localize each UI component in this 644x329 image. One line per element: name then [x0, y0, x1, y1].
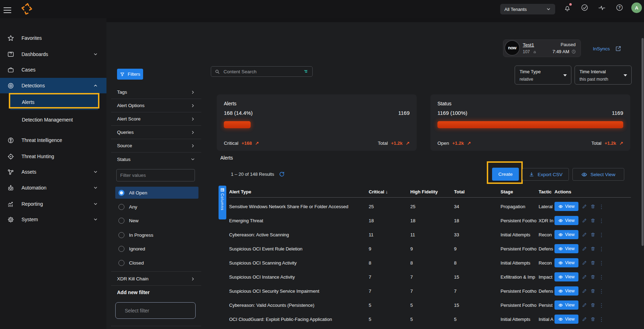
filters-button[interactable]: Filters	[117, 69, 143, 80]
columns-tab[interactable]: Columns	[219, 186, 226, 219]
delete-trash-icon[interactable]	[590, 274, 595, 279]
sidebar-item-threat-hunting[interactable]: Threat Hunting	[0, 149, 106, 164]
filter-section-alert-score[interactable]: Alert Score	[111, 112, 201, 126]
delete-trash-icon[interactable]	[590, 317, 595, 322]
insyncs-link[interactable]: InSyncs	[593, 46, 610, 51]
view-button[interactable]: View	[554, 216, 578, 225]
trend-up-icon: ↗	[255, 141, 259, 146]
more-actions-icon[interactable]: ⋮	[599, 317, 604, 322]
table-row[interactable]: Suspicious OCI Scanning Activity 8 8 8 I…	[229, 256, 631, 270]
view-button[interactable]: View	[554, 286, 578, 296]
system-activity-icon[interactable]	[598, 4, 606, 12]
table-row[interactable]: Cybereason: Active Scanning 11 11 33 Ini…	[229, 228, 631, 242]
sensor-status-widget: now Test1 107 Paused 7:49 AM	[503, 39, 581, 57]
header-stage[interactable]: Stage	[501, 189, 539, 194]
edit-pencil-icon[interactable]	[582, 274, 587, 279]
header-high-fidelity[interactable]: High Fidelity	[410, 189, 454, 194]
sidebar-item-favorites[interactable]: Favorites	[0, 30, 106, 46]
sidebar-subitem-detection-management[interactable]: Detection Management	[22, 112, 106, 128]
more-actions-icon[interactable]: ⋮	[599, 246, 604, 252]
delete-trash-icon[interactable]	[590, 288, 595, 293]
header-tactic[interactable]: Tactic	[539, 189, 554, 194]
view-button[interactable]: View	[554, 244, 578, 253]
time-interval-select[interactable]: Time Interval this past month	[575, 66, 632, 85]
user-avatar[interactable]: A	[631, 2, 642, 13]
status-option-ignored[interactable]: Ignored	[115, 243, 198, 255]
table-row[interactable]: Suspicious OCI Security Service Impairme…	[229, 284, 631, 298]
sidebar-subitem-alerts[interactable]: Alerts	[10, 94, 98, 110]
tasks-check-icon[interactable]	[581, 4, 589, 12]
more-actions-icon[interactable]: ⋮	[599, 303, 604, 308]
view-button[interactable]: View	[554, 272, 578, 281]
more-actions-icon[interactable]: ⋮	[599, 204, 604, 209]
content-filter-teal-icon[interactable]	[303, 69, 309, 74]
view-button[interactable]: View	[554, 315, 578, 324]
more-actions-icon[interactable]: ⋮	[599, 288, 604, 294]
sidebar-item-assets[interactable]: Assets	[0, 164, 106, 180]
edit-pencil-icon[interactable]	[582, 288, 587, 293]
status-option-closed[interactable]: Closed	[115, 257, 198, 269]
sidebar-item-cases[interactable]: Cases	[0, 62, 106, 77]
status-option-new[interactable]: New	[115, 215, 198, 226]
header-critical[interactable]: Critical ↓	[369, 189, 410, 194]
status-option-any[interactable]: Any	[115, 201, 198, 213]
status-option-all-open[interactable]: All Open	[115, 187, 198, 199]
select-filter-input[interactable]	[115, 302, 196, 319]
more-actions-icon[interactable]: ⋮	[599, 218, 604, 223]
sidebar-item-system[interactable]: System	[0, 212, 106, 227]
sensor-name-link[interactable]: Test1	[523, 42, 534, 48]
vertical-scrollbar-thumb[interactable]	[642, 38, 644, 246]
content-search-input[interactable]	[223, 69, 300, 75]
delete-trash-icon[interactable]	[590, 260, 595, 265]
table-row[interactable]: Suspicious OCI Event Rule Deletion 9 9 9…	[229, 242, 631, 256]
delete-trash-icon[interactable]	[590, 303, 595, 308]
edit-pencil-icon[interactable]	[582, 204, 587, 209]
filter-section-xdr-kill-chain[interactable]: XDR Kill Chain	[111, 272, 201, 286]
table-row[interactable]: OCI CloudGuard: Exploit Public-Facing Ap…	[229, 312, 631, 326]
sidebar-item-threat-intelligence[interactable]: Threat Intelligence	[0, 132, 106, 148]
sidebar-item-detections[interactable]: Detections	[0, 78, 106, 93]
header-alert-type[interactable]: Alert Type	[229, 189, 369, 194]
header-total[interactable]: Total	[454, 189, 501, 194]
edit-pencil-icon[interactable]	[582, 303, 587, 308]
view-button[interactable]: View	[554, 230, 578, 239]
table-row[interactable]: Suspicious OCI Instance Activity 7 7 15 …	[229, 270, 631, 284]
help-icon[interactable]: ?	[615, 4, 624, 12]
filter-section-tags[interactable]: Tags	[111, 86, 201, 99]
view-button[interactable]: View	[554, 202, 578, 211]
more-actions-icon[interactable]: ⋮	[599, 260, 604, 266]
hamburger-menu-icon[interactable]	[4, 6, 11, 15]
table-row[interactable]: Emerging Threat 18 18 18 Persistent Foot…	[229, 213, 631, 228]
more-actions-icon[interactable]: ⋮	[599, 274, 604, 280]
edit-pencil-icon[interactable]	[582, 218, 587, 223]
delete-trash-icon[interactable]	[590, 204, 595, 209]
time-type-select[interactable]: Time Type relative	[515, 66, 571, 85]
delete-trash-icon[interactable]	[590, 232, 595, 237]
sidebar-item-automation[interactable]: Automation	[0, 180, 106, 195]
select-view-button[interactable]: Select View	[572, 168, 624, 181]
sidebar-item-reporting[interactable]: Reporting	[0, 196, 106, 212]
refresh-icon[interactable]	[279, 171, 285, 177]
delete-trash-icon[interactable]	[590, 218, 595, 223]
filter-section-alert-options[interactable]: Alert Options	[111, 99, 201, 112]
table-row[interactable]: Cybereason: Valid Accounts (Persistence)…	[229, 298, 631, 312]
filter-values-input[interactable]	[116, 169, 195, 181]
external-link-icon[interactable]	[615, 45, 621, 52]
edit-pencil-icon[interactable]	[582, 232, 587, 237]
table-row[interactable]: Sensitive Windows Network Share File or …	[229, 199, 631, 213]
edit-pencil-icon[interactable]	[582, 317, 587, 322]
delete-trash-icon[interactable]	[590, 246, 595, 251]
view-button[interactable]: View	[554, 300, 578, 310]
view-button[interactable]: View	[554, 258, 578, 267]
filter-section-status[interactable]: Status	[111, 153, 201, 166]
filter-section-queries[interactable]: Queries	[111, 126, 201, 139]
edit-pencil-icon[interactable]	[582, 246, 587, 251]
sidebar-item-dashboards[interactable]: Dashboards	[0, 46, 106, 62]
filter-section-source[interactable]: Source	[111, 139, 201, 153]
edit-pencil-icon[interactable]	[582, 260, 587, 265]
more-actions-icon[interactable]: ⋮	[599, 232, 604, 237]
export-csv-button[interactable]: Export CSV	[522, 168, 569, 181]
tenant-selector[interactable]: All Tenants	[500, 4, 555, 14]
create-button[interactable]: Create	[492, 168, 519, 181]
status-option-in-progress[interactable]: In Progress	[115, 229, 198, 241]
